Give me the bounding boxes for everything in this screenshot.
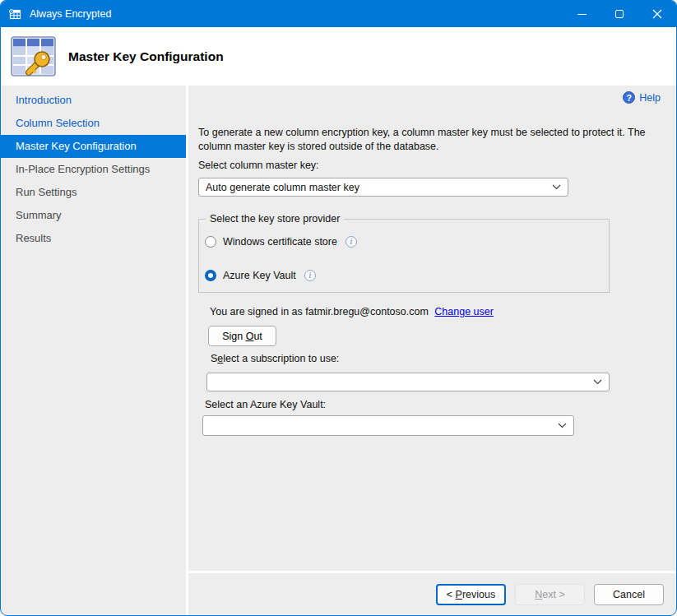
titlebar: Always Encrypted (1, 1, 676, 27)
chevron-down-icon (552, 184, 561, 190)
radio-icon (205, 270, 216, 281)
signed-in-status: You are signed in as fatmir.bregu@contos… (210, 306, 494, 317)
next-button[interactable]: Next > (515, 584, 585, 605)
radio-icon (205, 236, 216, 248)
always-encrypted-app-icon (8, 7, 22, 21)
change-user-link[interactable]: Change user (434, 306, 494, 317)
wizard-body: Introduction Column Selection Master Key… (1, 86, 676, 615)
key-store-provider-group-title: Select the key store provider (206, 213, 344, 225)
always-encrypted-window: Always Encrypted (0, 0, 677, 616)
sidebar-item-run-settings[interactable]: Run Settings (1, 181, 186, 204)
azure-key-vault-label: Azure Key Vault (223, 270, 296, 281)
maximize-button[interactable] (600, 1, 638, 27)
sidebar-item-master-key-configuration[interactable]: Master Key Configuration (1, 135, 186, 158)
table-key-icon (10, 35, 58, 79)
chevron-down-icon (593, 379, 602, 385)
content-column: ? Help To generate a new column encrypti… (188, 86, 676, 615)
subscription-select-label: Select a subscription to use: (211, 353, 339, 364)
info-icon[interactable]: i (345, 236, 357, 248)
maximize-icon (615, 10, 624, 18)
minimize-button[interactable] (563, 1, 600, 27)
window-title: Always Encrypted (30, 8, 563, 20)
help-icon: ? (623, 91, 635, 104)
help-label: Help (639, 92, 661, 104)
master-key-configuration-page: ? Help To generate a new column encrypti… (188, 86, 676, 571)
previous-button[interactable]: < Previous (436, 584, 506, 605)
info-icon[interactable]: i (304, 270, 316, 281)
close-icon (652, 9, 662, 19)
windows-certificate-store-radio[interactable]: Windows certificate store i (205, 236, 357, 248)
akv-dropdown[interactable] (202, 415, 574, 436)
sidebar-item-column-selection[interactable]: Column Selection (1, 112, 186, 135)
akv-select-label: Select an Azure Key Vault: (205, 399, 326, 410)
subscription-dropdown[interactable] (206, 373, 610, 391)
window-controls (563, 1, 676, 27)
cmk-dropdown-value: Auto generate column master key (206, 182, 359, 193)
sign-out-label: Sign (222, 331, 246, 342)
page-title: Master Key Configuration (68, 49, 224, 64)
help-link[interactable]: ? Help (623, 91, 661, 104)
page-description: To generate a new column encryption key,… (198, 126, 652, 153)
windows-certificate-store-label: Windows certificate store (223, 236, 337, 248)
sidebar-item-in-place-encryption-settings[interactable]: In-Place Encryption Settings (1, 158, 186, 181)
azure-key-vault-radio[interactable]: Azure Key Vault i (205, 270, 316, 281)
wizard-footer: < Previous Next > Cancel (188, 573, 676, 615)
minimize-icon (577, 14, 587, 15)
cancel-button[interactable]: Cancel (594, 584, 664, 605)
cmk-select-label: Select column master key: (198, 160, 319, 171)
wizard-steps-sidebar: Introduction Column Selection Master Key… (1, 86, 186, 615)
key-store-provider-group: Select the key store provider Windows ce… (198, 219, 610, 293)
sign-out-button[interactable]: Sign Out (208, 326, 276, 346)
sidebar-item-results[interactable]: Results (1, 227, 186, 250)
close-button[interactable] (638, 1, 676, 27)
cmk-dropdown[interactable]: Auto generate column master key (198, 178, 568, 197)
chevron-down-icon (558, 423, 567, 428)
wizard-header: Master Key Configuration (1, 27, 676, 86)
signed-in-text: You are signed in as fatmir.bregu@contos… (210, 306, 429, 317)
sidebar-item-introduction[interactable]: Introduction (1, 89, 186, 112)
sidebar-item-summary[interactable]: Summary (1, 204, 186, 227)
